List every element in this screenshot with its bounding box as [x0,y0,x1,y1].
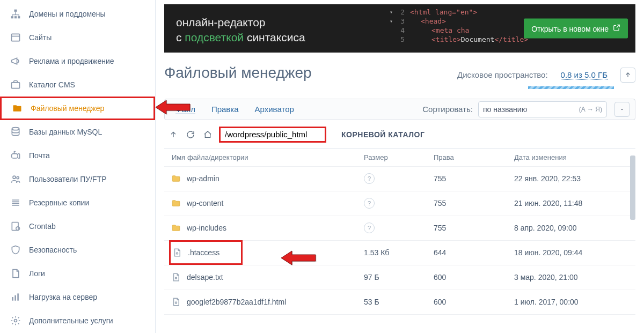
banner-line2: с подсветкой синтаксиса [176,30,383,45]
sort-caret-button[interactable] [614,102,630,117]
sidebar-item-label: Реклама и продвижение [29,57,114,65]
svg-rect-0 [14,10,17,12]
file-name: googlef2b9877b2aa1df1f.html [187,298,286,306]
sort-select[interactable]: по названию (А → Я) [478,101,607,117]
sidebar-item-7[interactable]: Пользователи ПУ/FTP [0,167,155,191]
col-size: Размер [364,153,434,161]
file-icon [171,297,181,307]
svg-rect-5 [12,83,20,88]
path-bar: КОРНЕВОЙ КАТАЛОГ [164,127,635,143]
file-name: .htaccess [188,248,219,257]
sidebar-item-0[interactable]: Домены и поддомены [0,2,155,26]
sidebar-item-label: Безопасность [29,246,77,254]
open-new-window-button[interactable]: Открыть в новом окне [524,19,628,39]
sidebar-item-9[interactable]: Crontab [0,214,155,238]
sidebar-item-2[interactable]: Реклама и продвижение [0,49,155,73]
tab-archive[interactable]: Архиватор [255,105,294,114]
folder-icon [171,223,181,233]
mailbox-icon [10,150,21,161]
sidebar-item-12[interactable]: Нагрузка на сервер [0,285,155,309]
svg-rect-4 [12,34,20,41]
col-name: Имя файла/директории [167,153,364,161]
file-name: wp-includes [187,224,226,232]
svg-rect-2 [14,16,17,18]
svg-point-16 [177,253,178,254]
disk-progress-bar [528,86,614,89]
sidebar-item-label: Резервные копии [29,198,89,207]
home-button[interactable] [202,129,214,140]
folder-icon [11,102,23,114]
external-link-icon [613,24,620,33]
size-unknown-icon: ? [364,173,375,184]
sidebar-item-10[interactable]: Безопасность [0,238,155,262]
file-name: delsape.txt [187,273,223,282]
upload-button[interactable] [620,68,635,83]
file-name: wp-admin [187,174,219,183]
path-input[interactable] [219,127,326,143]
table-row[interactable]: .htaccess1.53 Кб64418 июн. 2020, 09:44 [164,241,635,265]
sidebar-item-8[interactable]: Резервные копии [0,191,155,214]
svg-rect-12 [12,297,13,301]
tab-edit[interactable]: Правка [211,105,239,114]
table-row[interactable]: wp-admin?75522 янв. 2020, 22:53 [164,167,635,191]
sort-value: по названию [483,105,527,114]
main-content: онлайн-редактор с подсветкой синтаксиса … [156,0,644,333]
banner-text: онлайн-редактор с подсветкой синтаксиса [164,4,395,53]
table-row[interactable]: wp-content?75521 июн. 2020, 11:48 [164,191,635,216]
gearpage-icon [10,220,21,232]
file-table: Имя файла/директории Размер Права Дата и… [164,148,635,315]
table-row[interactable]: wp-includes?7558 апр. 2020, 09:00 [164,216,635,241]
size-unknown-icon: ? [364,198,375,209]
sidebar-item-4[interactable]: Файловый менеджер [0,97,155,120]
svg-rect-10 [12,223,18,231]
table-row[interactable]: googlef2b9877b2aa1df1f.html53 Б6001 июл.… [164,290,635,315]
size-unknown-icon: ? [364,223,375,233]
banner-line1: онлайн-редактор [176,15,383,30]
svg-rect-3 [18,16,20,18]
gear-icon [10,315,21,327]
svg-point-11 [16,227,20,231]
doc-icon [10,268,21,279]
sidebar-item-label: Пользователи ПУ/FTP [29,175,107,183]
sidebar-item-label: Домены и поддомены [29,10,106,18]
tab-file[interactable]: Файл [175,105,195,114]
sidebar-item-3[interactable]: Каталог CMS [0,73,155,97]
shield-icon [10,244,21,256]
page-title: Файловый менеджер [164,64,312,82]
briefcase-icon [10,79,21,91]
sidebar-item-label: Нагрузка на сервер [29,293,97,301]
sidebar-item-6[interactable]: Почта [0,144,155,167]
sort-direction: (А → Я) [579,106,602,113]
disk-usage: Дисковое пространство: 0.8 из 5.0 ГБ [457,68,635,89]
svg-rect-13 [14,295,16,301]
col-date: Дата изменения [514,153,621,161]
open-new-window-label: Открыть в новом окне [531,24,609,33]
file-icon [172,247,182,258]
svg-point-6 [12,128,19,130]
svg-point-17 [175,277,177,279]
file-icon [171,272,181,283]
svg-rect-14 [17,293,19,300]
svg-point-18 [175,302,177,304]
disk-value[interactable]: 0.8 из 5.0 ГБ [561,70,608,80]
sidebar-item-5[interactable]: Базы данных MySQL [0,120,155,144]
scrollbar-thumb[interactable] [630,156,635,220]
sidebar-item-11[interactable]: Логи [0,262,155,285]
stack-icon [10,197,21,209]
barchart-icon [10,291,21,303]
disk-label: Дисковое пространство: [457,70,548,79]
sidebar-item-13[interactable]: Дополнительные услуги [0,309,155,332]
table-row[interactable]: delsape.txt97 Б6003 мар. 2020, 21:00 [164,265,635,290]
folder-icon [171,198,181,209]
sidebar-item-label: Дополнительные услуги [29,316,113,325]
sidebar: Домены и поддоменыСайтыРеклама и продвиж… [0,0,156,333]
sidebar-item-1[interactable]: Сайты [0,26,155,49]
refresh-button[interactable] [185,129,196,140]
up-button[interactable] [167,129,179,140]
sidebar-item-label: Каталог CMS [29,80,75,89]
col-perm: Права [434,153,514,161]
sort-label: Сортировать: [422,105,473,114]
database-icon [10,126,21,138]
users-icon [10,173,21,185]
sitemap-icon [10,8,21,20]
